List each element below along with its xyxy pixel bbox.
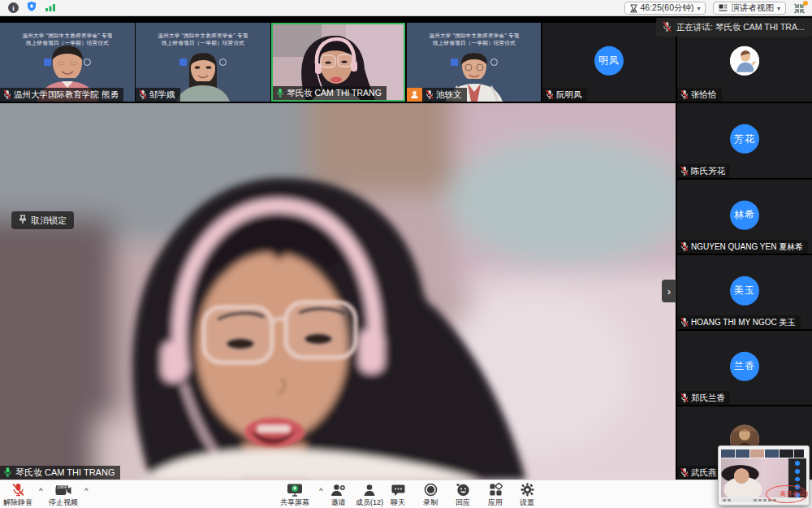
muted-mic-icon [3,89,11,101]
camera-icon: 1080P [55,483,71,497]
info-icon[interactable]: i [8,2,19,13]
chevron-down-icon: ▾ [777,5,780,12]
invite-button[interactable]: 邀请 [330,483,346,508]
main-speaker-video[interactable]: 取消锁定 所有人 ▾ 说点什么... ‹ 琴氏妆 CAM THI TRANG [0,103,676,480]
speaker-name: 琴氏妆 CAM THI TRANG [15,467,114,479]
notification-dot [803,1,808,6]
avatar: 明凤 [594,46,624,75]
chevron-up-icon[interactable]: ^ [84,487,89,494]
speaker-nameplate: 琴氏妆 CAM THI TRANG [0,466,120,480]
chevron-down-icon: ▾ [697,5,700,12]
participant-nameplate: 池轶文 [422,88,467,102]
apps-icon [489,483,503,497]
participant-nameplate: 张恰恰 [677,88,722,102]
active-mic-icon [276,88,284,99]
video-quality-badge: 1080P [56,485,68,489]
hourglass-icon [630,4,637,13]
muted-mic-icon [680,166,689,177]
participant-name: 张恰恰 [691,89,717,101]
avatar: 林希 [730,200,759,229]
avatar: 美玉 [730,276,759,305]
participant-nameplate: 温州大学国际教育学院 熊勇 [0,88,123,102]
chat-icon [391,483,405,497]
settings-button[interactable]: 设置 [520,483,534,508]
unpin-button[interactable]: 取消锁定 [11,211,74,229]
video-tile-meiyu[interactable]: 美玉 HOANG THI MY NGOC 美玉 [677,255,812,329]
apps-button[interactable]: 应用 [488,483,503,508]
shield-icon[interactable] [26,1,37,15]
video-tile-zouxuee[interactable]: 温州大学 “国际中文教师奖学金” 专项 线上研修项目（一学期）结营仪式 邹学娥 [136,23,270,102]
chat-label: 聊天 [391,497,405,508]
video-tile-camthitrang[interactable]: 琴氏妆 CAM THI TRANG [271,23,405,102]
meeting-timer-button[interactable]: 46:25(60分钟) ▾ [624,2,706,15]
video-tile-xialinxi[interactable]: 林希 NGUYEN QUANG YEN 夏林希 [677,180,812,254]
share-screen-button[interactable]: 共享屏幕 [280,483,309,508]
signal-icon[interactable] [45,1,56,15]
participant-name: NGUYEN QUANG YEN 夏林希 [691,241,803,253]
active-mic-icon [3,467,12,479]
record-icon [424,483,438,497]
view-mode-label: 演讲者视图 [731,2,774,14]
participant-nameplate: 阮明凤 [542,88,587,102]
leave-meeting-label: 离开会议 [780,489,806,498]
reactions-icon [456,483,470,497]
speaker-video-frame [0,103,676,480]
participant-name: 陈氏芳花 [691,166,725,177]
chevron-up-icon[interactable]: ^ [319,487,323,494]
participant-name: 温州大学国际教育学院 熊勇 [14,89,119,101]
view-mode-button[interactable]: 演讲者视图 ▾ [713,2,786,15]
sidebar-toggle-button[interactable]: › [662,280,676,302]
participant-nameplate: 琴氏妆 CAM THI TRANG [273,86,387,100]
participant-name: 武氏燕 [691,467,717,479]
toast-text: 正在讲话: 琴氏妆 CAM THI TRA... [676,22,805,33]
muted-mic-icon [11,483,25,497]
video-tile-chiyiwen[interactable]: 温州大学 “国际中文教师奖学金” 专项 线上研修项目（一学期）结营仪式 池轶文 [407,23,542,102]
active-speaker-toast: 正在讲话: 琴氏妆 CAM THI TRA... [656,18,812,37]
host-badge-icon [407,88,422,102]
participant-nameplate: 陈氏芳花 [677,164,730,178]
share-screen-label: 共享屏幕 [280,497,309,508]
chevron-up-icon[interactable]: ^ [39,487,43,494]
chevron-right-icon: › [667,285,671,297]
participants-label: 成员(12) [356,497,383,508]
video-tile-chenshifanghua[interactable]: 芳花 陈氏芳花 [677,103,812,178]
unmute-button[interactable]: 解除静音 [3,483,32,508]
menu-bar: i 46:25(60分钟) ▾ 演讲者视图 ▾ [0,0,812,16]
preview-filmstrip [721,449,804,458]
avatar: 兰香 [730,351,759,380]
participant-nameplate: 邹学娥 [136,88,180,102]
screen-share-preview-window[interactable]: 离开会议 [718,445,810,506]
participant-nameplate: NGUYEN QUANG YEN 夏林希 [677,240,808,254]
participant-name: 琴氏妆 CAM THI TRANG [287,88,382,99]
participants-button[interactable]: 成员(12) [356,483,383,508]
stop-video-label: 停止视频 [49,497,78,508]
zoom-meeting-window: i 46:25(60分钟) ▾ 演讲者视图 ▾ [0,0,812,508]
muted-mic-icon [680,467,689,479]
avatar: 芳花 [730,124,759,154]
record-button[interactable]: 录制 [423,483,438,508]
muted-mic-icon [680,393,689,404]
exit-fullscreen-button[interactable] [793,2,806,14]
video-tile-zhengshilanxiang[interactable]: 兰香 郑氏兰香 [677,331,812,405]
video-tile-xiongyong[interactable]: 温州大学 “国际中文教师奖学金” 专项 线上研修项目（一学期）结营仪式 温州大学… [0,23,135,102]
participant-nameplate: HOANG THI MY NGOC 美玉 [677,315,801,329]
participant-name: 池轶文 [436,89,462,101]
pin-icon [19,215,27,226]
muted-mic-icon [663,21,672,33]
chat-button[interactable]: 聊天 [391,483,405,508]
unpin-label: 取消锁定 [31,215,67,227]
participant-nameplate: 郑氏兰香 [677,391,730,405]
invite-label: 邀请 [331,497,346,508]
layout-icon [719,4,728,12]
avatar [730,46,759,75]
muted-mic-icon [546,89,554,101]
reactions-button[interactable]: 回应 [456,483,470,508]
muted-mic-icon [425,89,434,101]
stop-video-button[interactable]: 1080P 停止视频 [49,483,78,508]
participants-icon [363,483,376,497]
invite-icon [330,483,346,497]
muted-mic-icon [680,317,689,328]
muted-mic-icon [680,241,689,253]
participant-name: HOANG THI MY NGOC 美玉 [691,317,796,328]
share-screen-icon [287,483,303,497]
